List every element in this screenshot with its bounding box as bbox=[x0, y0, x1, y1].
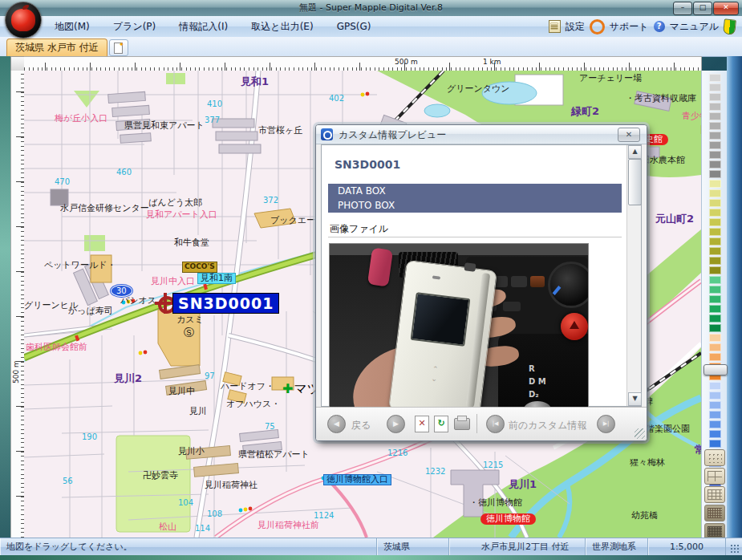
zoom-level-square[interactable] bbox=[709, 247, 721, 255]
scroll-down-arrow[interactable]: ▼ bbox=[628, 392, 642, 406]
zoom-level-square[interactable] bbox=[709, 314, 721, 323]
zoom-level-square[interactable] bbox=[709, 430, 721, 438]
zoom-level-square[interactable] bbox=[709, 74, 721, 82]
zoom-level-square[interactable] bbox=[709, 266, 721, 274]
map-label: ・徳川博物館 bbox=[469, 498, 522, 508]
scroll-up-arrow[interactable]: ▲ bbox=[628, 145, 642, 159]
back-label: 戻る bbox=[351, 419, 371, 432]
map-label: 市営桜ヶ丘 bbox=[258, 126, 302, 136]
star-icon: ✦ bbox=[119, 41, 124, 48]
dialog-resize-grip[interactable] bbox=[635, 428, 645, 439]
zoom-level-square[interactable] bbox=[709, 286, 721, 294]
zoom-level-square[interactable] bbox=[709, 440, 721, 448]
record-field-list[interactable]: DATA BOX PHOTO BOX bbox=[328, 184, 622, 213]
zoom-level-square[interactable] bbox=[709, 93, 721, 101]
zoom-level-square[interactable] bbox=[709, 276, 721, 284]
zoom-level-square[interactable] bbox=[709, 199, 721, 207]
map-label: 114 bbox=[195, 524, 210, 533]
resize-grip[interactable] bbox=[730, 544, 740, 554]
zoom-level-square[interactable] bbox=[709, 160, 721, 168]
grid-button-2[interactable] bbox=[704, 468, 725, 485]
new-tab-button[interactable]: ✦ bbox=[109, 39, 128, 56]
status-address: 水戸市見川2丁目 付近 bbox=[449, 538, 586, 556]
zoom-level-square[interactable] bbox=[709, 83, 721, 91]
tab-ibaraki-mito[interactable]: 茨城県 水戸市 付近 bbox=[6, 39, 107, 56]
map-label: 見川稲荷神社 bbox=[205, 481, 257, 490]
horizontal-ruler: 500 m 1 km bbox=[24, 56, 702, 72]
map-label: 108 bbox=[207, 509, 222, 518]
zoom-level-square[interactable] bbox=[709, 170, 721, 178]
zoom-level-square[interactable] bbox=[709, 324, 721, 332]
support-button[interactable]: サポート bbox=[608, 20, 651, 34]
maximize-button[interactable]: □ bbox=[693, 2, 712, 15]
manual-icon: ? bbox=[654, 21, 665, 32]
zoom-level-square[interactable] bbox=[709, 411, 721, 419]
zoom-level-square[interactable] bbox=[709, 141, 721, 149]
menu-info-entry[interactable]: 情報記入(I) bbox=[169, 16, 237, 34]
status-datum: 世界測地系 bbox=[586, 538, 648, 556]
map-label: 見川稲荷神社前 bbox=[257, 521, 319, 530]
zoom-level-square[interactable] bbox=[709, 209, 721, 217]
map-label: 徳川博物館 bbox=[480, 513, 536, 525]
back-button[interactable]: ◀ bbox=[327, 415, 346, 433]
zoom-level-square[interactable] bbox=[709, 103, 721, 111]
forward-button[interactable]: ▶ bbox=[387, 415, 405, 433]
window-right-border bbox=[727, 56, 742, 538]
zoom-level-square[interactable] bbox=[709, 343, 721, 351]
zoom-level-square[interactable] bbox=[709, 237, 721, 246]
dialog-title-bar[interactable]: カスタム情報プレビュー ✕ bbox=[316, 125, 647, 144]
zoom-level-square[interactable] bbox=[709, 305, 721, 313]
zoom-level-square[interactable] bbox=[709, 353, 721, 361]
menu-import-export[interactable]: 取込と出力(E) bbox=[241, 16, 322, 34]
zoom-level-square[interactable] bbox=[709, 401, 721, 409]
settings-button[interactable]: 設定 bbox=[564, 20, 586, 34]
print-button[interactable] bbox=[454, 418, 470, 430]
map-label: COCO'S bbox=[182, 262, 217, 273]
zoom-level-square[interactable] bbox=[709, 382, 721, 390]
map-label: 常 bbox=[695, 444, 701, 456]
zoom-level-square[interactable] bbox=[709, 420, 721, 428]
next-record-button[interactable]: ▶| bbox=[597, 415, 615, 433]
close-button[interactable]: ✕ bbox=[713, 2, 739, 15]
map-label: 元山町2 bbox=[655, 213, 694, 225]
manual-button[interactable]: マニュアル bbox=[668, 20, 720, 34]
dialog-close-button[interactable]: ✕ bbox=[618, 128, 640, 142]
menu-map[interactable]: 地図(M) bbox=[45, 16, 99, 34]
beginner-mark-icon[interactable] bbox=[723, 18, 736, 34]
scrollbar-thumb[interactable] bbox=[628, 159, 642, 205]
marker-label[interactable]: SN3D0001 bbox=[172, 293, 279, 314]
refresh-button[interactable]: ↻ bbox=[434, 416, 448, 432]
zoom-level-square[interactable] bbox=[709, 334, 721, 342]
map-label: パシオス bbox=[120, 296, 156, 306]
zoom-level-square[interactable] bbox=[709, 112, 721, 120]
dialog-scrollbar[interactable]: ▲ ▼ bbox=[626, 145, 641, 406]
grid-button-3[interactable] bbox=[704, 486, 725, 503]
zoom-level-square[interactable] bbox=[709, 180, 721, 188]
zoom-slider-handle[interactable] bbox=[703, 364, 728, 375]
zoom-level-square[interactable] bbox=[709, 257, 721, 265]
map-label: Ⓢ bbox=[184, 327, 194, 339]
zoom-level-square[interactable] bbox=[709, 132, 721, 140]
app-logo-apple-icon[interactable] bbox=[5, 2, 42, 39]
zoom-level-square[interactable] bbox=[709, 228, 721, 236]
map-label: 30 bbox=[111, 285, 132, 297]
map-label: 旧水 bbox=[700, 126, 701, 136]
dialog-title: カスタム情報プレビュー bbox=[339, 128, 446, 142]
zoom-level-square[interactable] bbox=[709, 295, 721, 303]
dialog-body: SN3D0001 DATA BOX PHOTO BOX 画像ファイル R D M… bbox=[321, 144, 642, 407]
zoom-level-square[interactable] bbox=[709, 151, 721, 159]
previous-record-button[interactable]: |◀ bbox=[486, 415, 505, 433]
list-item-data-box[interactable]: DATA BOX bbox=[328, 184, 622, 198]
menu-plan[interactable]: プラン(P) bbox=[103, 16, 165, 34]
map-label: 旧水農本館 bbox=[641, 156, 685, 165]
grid-button-4[interactable] bbox=[704, 505, 725, 521]
menu-gps[interactable]: GPS(G) bbox=[327, 17, 381, 32]
minimize-button[interactable]: – bbox=[673, 2, 692, 15]
grid-button-1[interactable] bbox=[704, 449, 725, 466]
zoom-level-square[interactable] bbox=[709, 392, 721, 400]
zoom-level-square[interactable] bbox=[709, 218, 721, 226]
list-item-photo-box[interactable]: PHOTO BOX bbox=[328, 198, 622, 213]
zoom-level-square[interactable] bbox=[709, 122, 721, 130]
stop-button[interactable]: ✕ bbox=[415, 416, 429, 432]
zoom-level-square[interactable] bbox=[709, 189, 721, 197]
